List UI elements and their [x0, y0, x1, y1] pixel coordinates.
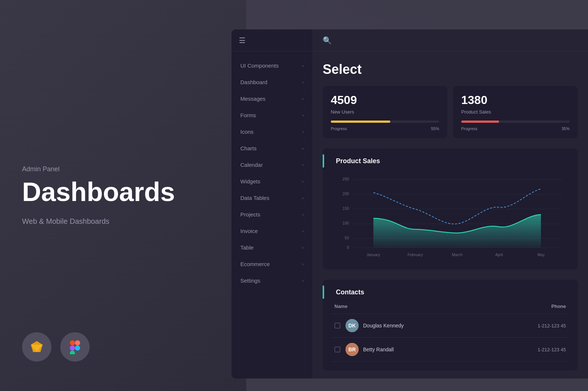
sidebar-item-dashboard[interactable]: Dashboard› — [232, 74, 312, 90]
progress-label: Progress — [331, 126, 347, 131]
svg-text:200: 200 — [343, 191, 349, 196]
progress-pct: 35% — [562, 126, 570, 131]
stat-number: 4509 — [331, 93, 439, 107]
contacts-section: Contacts Name Phone DK Douglas Kennedy 1… — [323, 280, 578, 370]
chevron-icon: › — [302, 229, 304, 234]
sidebar-header: ☰ — [232, 29, 312, 51]
page-main-title: Dashboards — [22, 177, 224, 207]
contact-row[interactable]: DK Douglas Kennedy 1-212-123 45 — [331, 314, 569, 338]
chevron-icon: › — [302, 80, 304, 85]
stat-card-1: 1380 Product Sales Progress 35% — [453, 86, 578, 138]
progress-pct: 55% — [431, 126, 439, 131]
sidebar-item-ui-components[interactable]: UI Components› — [232, 57, 312, 74]
sidebar-item-ecommerce[interactable]: Ecommerce› — [232, 256, 312, 272]
sidebar-item-widgets[interactable]: Widgets› — [232, 173, 312, 190]
stat-card-0: 4509 New Users Progress 55% — [323, 86, 447, 138]
contact-checkbox[interactable] — [334, 347, 340, 352]
chevron-icon: › — [302, 113, 304, 118]
chevron-icon: › — [302, 179, 304, 184]
contacts-table-header: Name Phone — [331, 304, 569, 314]
sidebar: ☰ UI Components›Dashboard›Messages›Forms… — [232, 29, 312, 379]
contacts-accent — [323, 286, 324, 299]
contact-phone: 1-212-123 45 — [538, 323, 566, 329]
svg-point-7 — [75, 345, 80, 351]
sidebar-item-label: Icons — [240, 129, 254, 135]
stat-label: New Users — [331, 109, 439, 115]
sidebar-item-icons[interactable]: Icons› — [232, 123, 312, 140]
svg-text:250: 250 — [343, 177, 349, 181]
progress-row: Progress 55% — [331, 126, 439, 131]
svg-rect-5 — [70, 345, 75, 351]
contact-row[interactable]: BR Betty Randall 1-212-123 45 — [331, 338, 569, 362]
sidebar-item-label: Charts — [240, 145, 257, 151]
search-icon[interactable]: 🔍 — [323, 36, 332, 45]
contact-avatar: BR — [345, 343, 359, 356]
sidebar-item-settings[interactable]: Settings› — [232, 272, 312, 289]
progress-bar-fill — [461, 121, 499, 123]
progress-bar-fill — [331, 121, 390, 123]
sidebar-item-messages[interactable]: Messages› — [232, 90, 312, 107]
svg-text:January: January — [366, 252, 380, 257]
contact-checkbox[interactable] — [334, 323, 340, 329]
sidebar-item-calendar[interactable]: Calendar› — [232, 157, 312, 173]
chart-accent — [323, 154, 324, 168]
svg-text:0: 0 — [347, 245, 349, 250]
left-panel-top: Admin Panel Dashboards Web & Mobile Dash… — [22, 165, 224, 225]
product-sales-chart: 0 50 100 150 200 250 January February Ma… — [331, 172, 569, 261]
contacts-list: DK Douglas Kennedy 1-212-123 45 BR Betty… — [331, 314, 569, 362]
chevron-icon: › — [302, 146, 304, 151]
sidebar-item-table[interactable]: Table› — [232, 239, 312, 256]
sidebar-item-label: Table — [240, 244, 254, 251]
sidebar-item-projects[interactable]: Projects› — [232, 206, 312, 223]
content-area: Select 4509 New Users Progress 55% 1380 … — [312, 51, 588, 379]
admin-label: Admin Panel — [22, 165, 224, 173]
chevron-icon: › — [302, 63, 304, 68]
main-content: 🔍 Select 4509 New Users Progress 55% 138… — [312, 29, 588, 379]
left-panel: Admin Panel Dashboards Web & Mobile Dash… — [0, 0, 246, 391]
sidebar-item-label: Projects — [240, 211, 260, 218]
col-phone-header: Phone — [551, 304, 566, 309]
hamburger-icon[interactable]: ☰ — [239, 36, 245, 45]
contact-name: Betty Randall — [363, 347, 538, 352]
svg-text:February: February — [408, 252, 423, 257]
svg-text:150: 150 — [343, 206, 349, 211]
progress-bar-container — [461, 121, 570, 123]
progress-bar-container — [331, 121, 439, 123]
svg-rect-3 — [70, 340, 75, 345]
svg-text:100: 100 — [343, 221, 349, 225]
sidebar-item-label: Forms — [240, 112, 256, 118]
contacts-title: Contacts — [331, 288, 569, 296]
contact-phone: 1-212-123 45 — [538, 347, 566, 352]
stat-number: 1380 — [461, 93, 570, 107]
sketch-tool-icon[interactable] — [22, 332, 51, 362]
main-header: 🔍 — [312, 29, 588, 51]
progress-row: Progress 35% — [461, 126, 570, 131]
sidebar-item-label: Invoice — [240, 228, 258, 234]
sidebar-item-charts[interactable]: Charts› — [232, 140, 312, 157]
chevron-icon: › — [302, 129, 304, 134]
sidebar-item-label: Widgets — [240, 178, 260, 184]
sidebar-item-invoice[interactable]: Invoice› — [232, 223, 312, 239]
figma-tool-icon[interactable] — [60, 332, 90, 362]
sidebar-item-data-tables[interactable]: Data Tables› — [232, 190, 312, 206]
svg-text:50: 50 — [345, 236, 349, 240]
col-name-header: Name — [334, 304, 347, 309]
chevron-icon: › — [302, 262, 304, 267]
svg-rect-6 — [70, 351, 75, 354]
chevron-icon: › — [302, 212, 304, 217]
svg-text:March: March — [452, 252, 462, 257]
svg-text:May: May — [537, 252, 545, 257]
sidebar-item-label: Dashboard — [240, 79, 267, 85]
sidebar-item-label: UI Components — [240, 62, 279, 69]
chevron-icon: › — [302, 245, 304, 250]
sidebar-item-label: Messages — [240, 96, 265, 102]
sidebar-item-label: Calendar — [240, 162, 263, 168]
page-title: Select — [323, 62, 578, 77]
sidebar-item-forms[interactable]: Forms› — [232, 107, 312, 123]
dashboard-window: ☰ UI Components›Dashboard›Messages›Forms… — [232, 29, 588, 379]
tool-icons-row — [22, 332, 90, 362]
svg-text:April: April — [495, 252, 503, 257]
chart-section: Product Sales 0 50 100 150 — [323, 148, 578, 269]
sidebar-item-label: Ecommerce — [240, 261, 270, 267]
contact-avatar: DK — [345, 319, 359, 332]
